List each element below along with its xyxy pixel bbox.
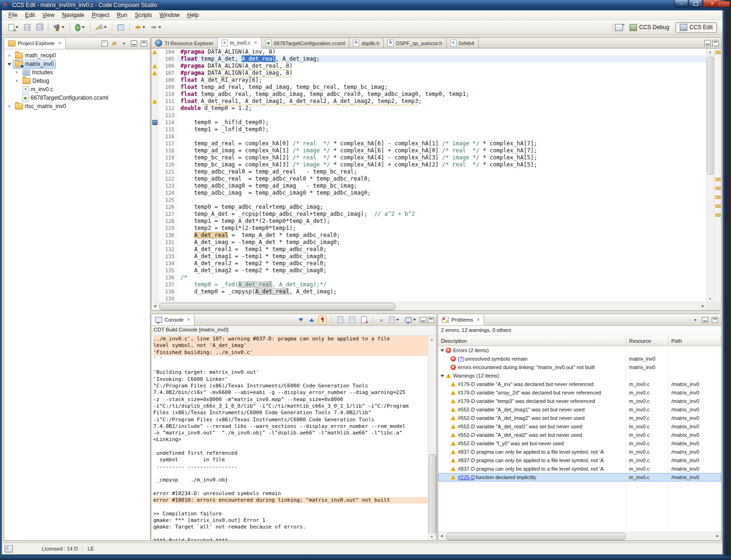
code-line[interactable]: 119 temp_bc_real = complex_hA[2] /* real… [151, 154, 707, 161]
scroll-down-arrow[interactable]: ▼ [707, 295, 714, 302]
pin-console-button[interactable] [318, 315, 327, 324]
scroll-up-arrow[interactable]: ▲ [707, 48, 714, 55]
minimize-view-button[interactable] [130, 39, 138, 47]
problem-link[interactable]: #225-D [458, 473, 475, 481]
menu-scripts[interactable]: Scripts [131, 11, 156, 19]
code-line[interactable]: 128 temp1 = temp_A_det*(2-temp0*temp_A_d… [151, 218, 707, 225]
editor-horizontal-scrollbar[interactable]: ◀ ▶ [151, 302, 707, 310]
code-line[interactable]: 139 [151, 295, 707, 302]
tree-item[interactable]: matrix_inv0 [4, 60, 150, 68]
code-line[interactable]: 108float A_det_RI_array[6]; [151, 77, 707, 84]
column-header-path[interactable]: Path [668, 336, 721, 346]
menu-view[interactable]: View [39, 11, 58, 19]
open-perspective-button[interactable] [615, 23, 623, 32]
code-line[interactable]: 106#pragma DATA_ALIGN(A_det_real, 8) [151, 63, 707, 70]
problem-row[interactable]: #552-D variable "f_y0" was set but never… [438, 439, 721, 448]
minimize-editor-icon[interactable] [704, 40, 711, 46]
tree-expand-arrow-icon[interactable] [15, 70, 20, 75]
maximize-view-button[interactable] [140, 39, 148, 47]
perspective-edit-button[interactable]: CCS Edit [676, 22, 717, 33]
scroll-right-arrow[interactable]: ▶ [700, 302, 707, 309]
code-line[interactable]: 117 temp_ad_real = complex_hA[0] /* real… [151, 140, 707, 147]
menu-run[interactable]: Run [113, 11, 131, 19]
problem-link[interactable]: [?] [458, 355, 464, 363]
problem-row[interactable]: #552-D variable "A_det_real2" was set bu… [438, 431, 721, 439]
occurrence-mark[interactable] [715, 178, 721, 181]
maximize-editor-icon[interactable] [712, 40, 719, 46]
code-line[interactable]: 135 A_det_imag2 = -temp2 * temp_adbc_ima… [151, 267, 707, 274]
code-line[interactable]: 124 temp_adbc_imag = temp_adbc_imag0 * t… [151, 189, 707, 197]
menu-window[interactable]: Window [156, 11, 183, 19]
code-line[interactable]: 138 d_temp0 = _cmpysp(A_det_real, A_det_… [151, 288, 707, 295]
code-line[interactable]: 121 temp_adbc_real0 = temp_ad_real - tem… [151, 168, 707, 175]
occurrence-mark[interactable] [715, 187, 721, 190]
console-output-area[interactable]: ../m_inv0.c', line 107: warning #837-D: … [151, 336, 436, 540]
clear-console-button[interactable] [359, 315, 369, 324]
forward-button[interactable] [149, 23, 164, 32]
overview-ruler[interactable] [714, 48, 721, 302]
menu-help[interactable]: Help [183, 11, 203, 19]
code-line[interactable]: 129 temp2 = temp1*(2-temp0*temp1); [151, 225, 707, 232]
save-all-button[interactable] [34, 22, 45, 32]
close-icon[interactable]: ✕ [58, 41, 62, 46]
back-button[interactable] [133, 23, 148, 32]
view-menu-button[interactable]: ▼ [120, 39, 128, 47]
save-button[interactable] [22, 22, 33, 32]
code-line[interactable]: 123 temp_adbc_imag0 = temp_ad_imag - tem… [151, 182, 707, 189]
build-button[interactable] [51, 23, 67, 32]
code-line[interactable]: 110float temp_adbc_real, temp_adbc_imag,… [151, 91, 707, 98]
editor-tab-dspf-sp-autocor-h[interactable]: DSPF_sp_autocor.h [384, 38, 446, 48]
vertical-scrollbar-thumb[interactable] [707, 57, 715, 174]
code-line[interactable]: 114 temp0 = _hif(d_temp0); [151, 119, 707, 126]
link-with-editor-button[interactable]: ⇄ [110, 39, 118, 47]
minimize-view-button[interactable] [701, 315, 709, 324]
tree-item[interactable]: rtsc_matrix_inv0 [4, 102, 150, 110]
problem-row[interactable]: #837-D pragma can only be applied to a f… [438, 465, 721, 473]
code-line[interactable]: 133 A_det_imag1 = -temp1 * temp_adbc_ima… [151, 253, 707, 260]
code-line[interactable]: 105float temp_A_det, A_det_real, A_det_i… [151, 55, 707, 63]
horizontal-scrollbar-thumb[interactable] [159, 303, 395, 310]
tree-expand-arrow-icon[interactable] [7, 104, 12, 109]
maximize-button[interactable] [689, 0, 702, 8]
code-line[interactable]: 107#pragma DATA_ALIGN(A_det_imag, 8) [151, 70, 707, 77]
code-line[interactable]: 126 temp0 = temp_adbc_real+temp_adbc_ima… [151, 204, 707, 211]
close-icon[interactable]: ✕ [476, 317, 480, 322]
code-line[interactable]: 115 temp1 = _lof(d_temp0); [151, 126, 707, 133]
problem-row[interactable]: #179-D variable "array_2d" was declared … [438, 388, 721, 397]
code-line[interactable]: 116 [151, 133, 707, 140]
minimize-button[interactable]: — [675, 0, 688, 8]
horizontal-scrollbar-thumb[interactable] [446, 533, 626, 540]
code-line[interactable]: 113 [151, 112, 707, 119]
editor-tab-ti-resource-explorer[interactable]: TI Resource Explorer [151, 38, 218, 48]
occurrence-mark[interactable] [715, 196, 721, 199]
code-line[interactable]: 130 A_det_real = temp_A_det * temp_adbc_… [151, 232, 707, 239]
view-menu-button[interactable]: ▼ [691, 315, 700, 324]
tree-item[interactable]: Debug [4, 77, 150, 85]
code-line[interactable]: 104#pragma DATA_ALIGN(A_inv, 8) [151, 48, 707, 55]
show-console-stderr-button[interactable] [347, 315, 357, 324]
problem-row[interactable]: #179-D variable "temp3" was declared but… [438, 397, 721, 405]
close-icon[interactable]: ✕ [187, 317, 190, 322]
open-element-button[interactable] [115, 23, 126, 32]
close-icon[interactable]: ✕ [254, 40, 258, 45]
display-console-button[interactable] [403, 316, 418, 324]
tree-expand-arrow-icon[interactable] [7, 62, 12, 67]
problem-row[interactable]: #837-D pragma can only be applied to a f… [438, 456, 721, 465]
tree-item[interactable]: Includes [4, 68, 150, 77]
tree-expand-arrow-icon[interactable] [15, 79, 20, 84]
editor-area[interactable]: 104#pragma DATA_ALIGN(A_inv, 8)105float … [151, 48, 721, 310]
tab-problems[interactable]: Problems ✕ [438, 315, 484, 325]
tree-expand-arrow-icon[interactable] [7, 53, 12, 58]
tab-console[interactable]: Console ✕ [151, 315, 195, 325]
editor-tab-6678targetconfiguration-ccxml[interactable]: 6678TargetConfiguration.ccxml [262, 38, 350, 48]
maximize-view-icon[interactable] [428, 317, 434, 323]
code-line[interactable]: 111float A_det_real1, A_det_imag1, A_det… [151, 98, 707, 105]
problem-row[interactable]: #552-D variable "A_det_imag1" was set bu… [438, 405, 721, 414]
minimize-view-icon[interactable] [420, 317, 426, 323]
problem-row[interactable]: #552-D variable "A_det_real1" was set bu… [438, 422, 721, 431]
problem-row[interactable]: #225-D function declared implicitlym_inv… [438, 473, 721, 481]
vertical-scrollbar-thumb[interactable] [429, 454, 436, 535]
console-vertical-scrollbar[interactable]: ▲ ▼ [428, 336, 436, 540]
problem-group-row[interactable]: Warnings (12 items) [438, 371, 721, 380]
problem-row[interactable]: #179-D variable "A_inv" was declared but… [438, 380, 721, 388]
